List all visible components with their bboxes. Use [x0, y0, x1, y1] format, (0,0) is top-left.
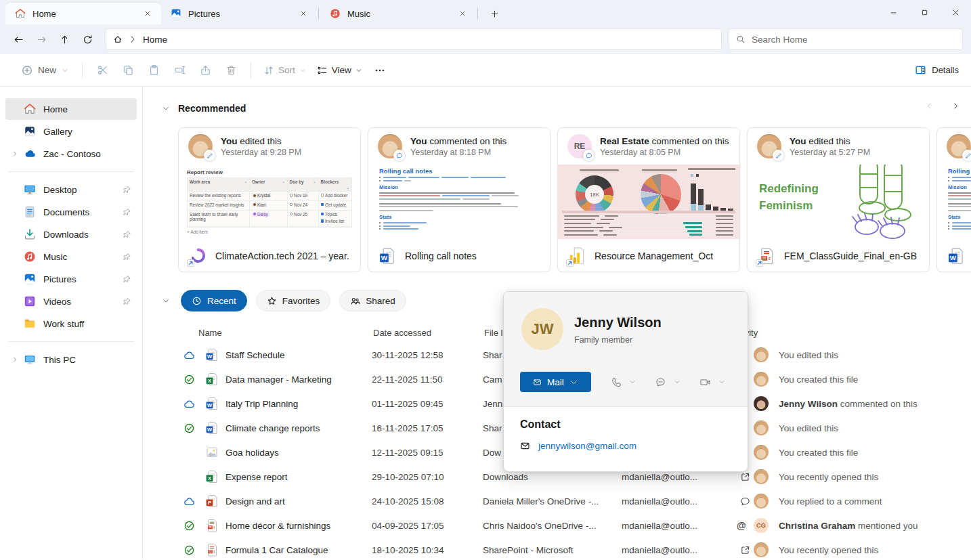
chevron-down-icon[interactable] — [162, 297, 170, 305]
file-name[interactable]: Goa holidays — [225, 448, 372, 458]
search-input[interactable]: Search Home — [729, 28, 963, 50]
file-name[interactable]: Home décor & furnishings — [225, 521, 372, 531]
close-tab-icon[interactable] — [295, 5, 311, 22]
new-tab-button[interactable] — [485, 4, 504, 23]
cloud-sync-icon — [179, 398, 198, 410]
docred-file-icon — [198, 543, 225, 557]
cut-button[interactable] — [89, 59, 115, 82]
contact-email-link[interactable]: jennywilson@gmail.com — [538, 441, 636, 451]
filter-pill-recent[interactable]: Recent — [181, 290, 247, 311]
breadcrumb[interactable]: Home — [143, 35, 167, 45]
paste-button[interactable] — [141, 59, 167, 82]
mail-button[interactable]: Mail — [520, 372, 591, 392]
activity-avatar — [754, 421, 769, 435]
column-date-accessed[interactable]: Date accessed — [373, 328, 484, 338]
call-button[interactable] — [610, 376, 636, 388]
address-bar[interactable]: Home — [106, 28, 722, 50]
sidebar-item-desktop[interactable]: Desktop — [5, 179, 137, 200]
sidebar-item-music[interactable]: Music — [5, 246, 137, 267]
file-date-accessed: 24-10-2025 15:08 — [372, 496, 483, 507]
delete-button[interactable] — [218, 59, 244, 82]
tab-pictures[interactable]: Pictures — [161, 3, 317, 24]
up-button[interactable] — [53, 29, 76, 49]
back-button[interactable] — [7, 29, 30, 49]
sidebar-item-label: Documents — [43, 207, 89, 217]
excel-file-icon: X — [198, 372, 225, 386]
file-name[interactable]: Design and art — [225, 496, 372, 507]
column-name[interactable]: Name — [198, 328, 373, 338]
edit-badge-icon — [962, 150, 971, 161]
chat-button[interactable] — [655, 376, 681, 388]
sidebar-item-home[interactable]: Home — [5, 98, 137, 120]
recommended-title: Recommended — [178, 103, 246, 114]
column-activity[interactable]: Activity — [730, 328, 963, 338]
new-button[interactable]: New — [15, 59, 75, 82]
recommended-card-resource-management-oct[interactable]: RE Real Estate commented on this Yesterd… — [557, 127, 740, 272]
filter-pill-favorites[interactable]: Favorites — [256, 290, 331, 311]
sidebar-item-work-stuff[interactable]: Work stuff — [5, 313, 137, 335]
sidebar-item-this-pc[interactable]: This PC — [5, 349, 137, 370]
docred-file-icon — [758, 246, 775, 265]
maximize-button[interactable] — [909, 0, 940, 24]
sidebar-item-zac-contoso[interactable]: Zac - Contoso — [5, 143, 137, 165]
sidebar-item-gallery[interactable]: Gallery — [5, 121, 137, 142]
sidebar-item-documents[interactable]: Documents — [5, 201, 137, 223]
close-tab-icon[interactable] — [454, 5, 471, 22]
more-options-button[interactable] — [368, 59, 392, 82]
minimize-button[interactable] — [878, 0, 909, 24]
close-button[interactable] — [940, 0, 971, 24]
contact-role: Family member — [574, 335, 632, 345]
chevron-down-icon[interactable] — [629, 379, 636, 385]
music-icon — [23, 251, 37, 263]
word-file-icon: W — [379, 246, 396, 265]
file-name[interactable]: Expense report — [225, 472, 372, 482]
file-name[interactable]: Staff Schedule — [225, 350, 372, 360]
file-name[interactable]: Italy Trip Planning — [225, 399, 372, 409]
chevron-right-icon[interactable] — [128, 35, 137, 44]
pin-icon — [123, 186, 131, 194]
share-button[interactable] — [192, 59, 218, 82]
scroll-right-icon[interactable] — [951, 102, 960, 110]
file-name[interactable]: Data manager - Marketing — [225, 374, 372, 385]
chevron-down-icon[interactable] — [162, 104, 170, 112]
pin-icon — [123, 275, 131, 284]
rename-button[interactable] — [167, 59, 192, 82]
view-button[interactable]: View — [311, 59, 368, 82]
filter-pill-shared[interactable]: Shared — [339, 290, 406, 311]
file-date-accessed: 04-09-2025 17:05 — [372, 521, 483, 531]
sort-button[interactable]: Sort — [258, 59, 311, 82]
card-file-name: Rolling call notes — [405, 251, 477, 261]
word-file-icon: W — [198, 348, 225, 362]
copy-button[interactable] — [115, 59, 141, 82]
card-timestamp: Yesterday at 8:18 PM — [410, 148, 506, 157]
forward-button[interactable] — [30, 29, 53, 49]
table-row[interactable]: Formula 1 Car Catalogue 18-10-2025 10:34… — [179, 538, 971, 559]
close-tab-icon[interactable] — [139, 5, 156, 22]
table-row[interactable]: P Design and art 24-10-2025 15:08 Daniel… — [179, 489, 971, 513]
tab-label: Pictures — [188, 9, 220, 19]
card-thumbnail: Report review Work area⌄Owner⌄Due by⌄Blo… — [179, 165, 360, 239]
chevron-right-icon[interactable] — [9, 150, 20, 157]
refresh-button[interactable] — [76, 29, 99, 49]
sidebar-item-pictures[interactable]: Pictures — [5, 268, 137, 290]
video-call-button[interactable] — [699, 376, 725, 388]
tab-label: Music — [347, 9, 370, 19]
sidebar-item-downloads[interactable]: Downloads — [5, 223, 137, 245]
file-name[interactable]: Formula 1 Car Catalogue — [225, 545, 372, 555]
recommended-card-climateaction-tech-2021-year[interactable]: You edited this Yesterday at 9:28 PM Rep… — [178, 127, 361, 272]
card-timestamp: Yesterday at 5:27 PM — [790, 148, 870, 157]
chevron-down-icon[interactable] — [718, 379, 725, 385]
table-row[interactable]: Home décor & furnishings 04-09-2025 17:0… — [179, 513, 971, 538]
tab-home[interactable]: Home — [5, 3, 161, 24]
chevron-right-icon[interactable] — [9, 356, 20, 363]
recommended-card-fem-classguide-final-en-gb[interactable]: You edited this Yesterday at 5:27 PM Red… — [747, 127, 930, 272]
file-name[interactable]: Climate change reports — [225, 423, 372, 433]
chevron-down-icon[interactable] — [674, 379, 681, 385]
sidebar-item-videos[interactable]: Videos — [5, 290, 137, 312]
scroll-left-icon[interactable] — [925, 102, 934, 110]
recommended-card-item[interactable]: Rolling call notes Mission Stats W — [936, 127, 971, 272]
details-button[interactable]: Details — [915, 64, 959, 76]
recommended-card-rolling-call-notes[interactable]: You commented on this Yesterday at 8:18 … — [368, 127, 551, 272]
tab-music[interactable]: Music — [320, 3, 476, 24]
docred-file-icon — [198, 519, 225, 532]
